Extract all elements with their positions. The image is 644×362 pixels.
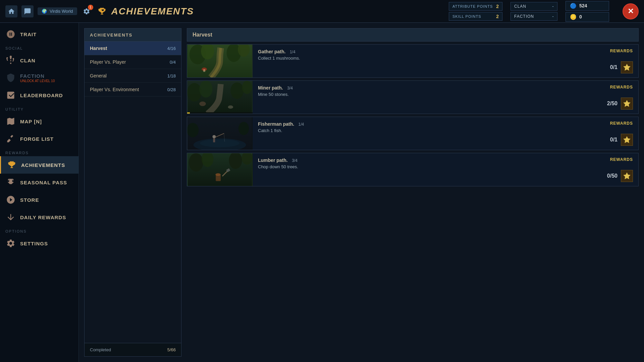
skill-points-label: SKILL POINTS — [452, 14, 494, 18]
chat-icon[interactable] — [21, 5, 34, 17]
faction-icon — [5, 72, 16, 83]
card-desc-gather: Collect 1 mushrooms. — [258, 56, 633, 61]
svg-point-16 — [200, 139, 239, 147]
svg-point-18 — [238, 122, 249, 135]
clan-icon — [5, 55, 16, 66]
sidebar-item-achievements[interactable]: ACHIEVEMENTS — [0, 156, 78, 174]
topbar: 🌍 Virdis World 1 ACHIEVEMENTS ATTRIBUTE … — [0, 0, 644, 23]
category-harvest[interactable]: Harvest 4/16 — [85, 42, 181, 55]
home-icon[interactable] — [5, 5, 17, 17]
currency-section: 🔵 524 🪙 0 — [566, 1, 609, 22]
card-path-info-lumber: Lumber path. 3/4 — [258, 157, 298, 163]
card-image-fisherman — [187, 117, 253, 150]
store-label: STORE — [20, 197, 39, 203]
sidebar-item-map[interactable]: MAP [N] — [0, 113, 78, 130]
skill-points-row[interactable]: SKILL POINTS 2 — [449, 12, 502, 21]
category-pvp-name: Player Vs. Player — [90, 59, 126, 65]
card-image-lumber — [187, 153, 253, 186]
miner-progress-bar — [187, 112, 253, 114]
page-title: ACHIEVEMENTS — [111, 6, 194, 17]
svg-point-10 — [230, 82, 244, 99]
card-image-miner — [187, 81, 253, 114]
reward-icon-gather — [621, 61, 633, 73]
leaderboard-label: LEADERBOARD — [20, 93, 63, 98]
social-section-label: SOCIAL — [0, 43, 78, 52]
card-content-gather: Gather path. 1/4 REWARDS Collect 1 mushr… — [253, 45, 638, 77]
trait-label: TRAIT — [20, 32, 37, 37]
category-pve-name: Player Vs. Environment — [90, 87, 139, 92]
category-pvp[interactable]: Player Vs. Player 0/4 — [85, 55, 181, 69]
leaderboard-icon — [5, 90, 16, 101]
sidebar-item-seasonal-pass[interactable]: SEASONAL PASS — [0, 174, 78, 191]
category-pvp-count: 0/4 — [170, 60, 176, 65]
close-button[interactable]: ✕ — [623, 3, 639, 19]
card-top-row-lumber: Lumber path. 3/4 REWARDS — [258, 157, 633, 163]
attribute-points-row[interactable]: ATTRIBUTE POINTS 2 — [449, 2, 502, 11]
svg-point-19 — [212, 135, 216, 138]
clan-arrow: - — [552, 4, 554, 9]
notif-badge: 1 — [88, 5, 93, 10]
svg-point-17 — [187, 123, 199, 137]
clan-dropdown[interactable]: CLAN - — [511, 2, 557, 11]
card-desc-lumber: Chop down 50 trees. — [258, 164, 633, 169]
sidebar-item-faction[interactable]: FACTION Unlock at level 10 — [0, 69, 78, 86]
store-icon — [5, 194, 16, 205]
card-path-progress-lumber: 3/4 — [292, 158, 298, 163]
card-count-lumber: 0/50 — [607, 173, 618, 179]
currency-2-value: 0 — [579, 14, 582, 19]
detail-title: Harvest — [193, 32, 212, 38]
reward-icon-miner — [621, 98, 633, 110]
achievement-list-panel: ACHIEVEMENTS Harvest 4/16 Player Vs. Pla… — [84, 28, 181, 357]
card-rewards-fisherman[interactable]: REWARDS — [610, 121, 633, 126]
card-path-name-lumber: Lumber path. — [258, 158, 288, 163]
svg-point-24 — [189, 153, 203, 172]
faction-sublabel: Unlock at level 10 — [20, 79, 55, 83]
settings-top-icon[interactable]: 1 — [81, 6, 92, 17]
world-tab-label: Virdis World — [50, 9, 73, 14]
sidebar-item-leaderboard[interactable]: LEADERBOARD — [0, 86, 78, 104]
faction-dropdown[interactable]: FACTION - — [511, 12, 557, 21]
completed-value: 5/66 — [167, 347, 176, 352]
svg-rect-6 — [203, 69, 205, 72]
category-general[interactable]: General 1/18 — [85, 69, 181, 83]
card-path-name-gather: Gather path. — [258, 49, 285, 54]
category-general-name: General — [90, 73, 107, 78]
achievement-card-miner: Miner path. 3/4 REWARDS Mine 50 stones. … — [187, 80, 639, 114]
card-bottom-fisherman: 0/1 — [258, 134, 633, 146]
sidebar-item-store[interactable]: STORE — [0, 191, 78, 208]
sidebar-item-trait[interactable]: TRAIT — [0, 25, 78, 43]
attribute-points-value: 2 — [496, 4, 499, 9]
trait-icon — [5, 29, 16, 40]
sidebar-item-forge-list[interactable]: FORGE LIST — [0, 130, 78, 147]
map-icon — [5, 116, 16, 127]
card-content-lumber: Lumber path. 3/4 REWARDS Chop down 50 tr… — [253, 153, 638, 186]
sidebar-item-daily-rewards[interactable]: DAILY REWARDS — [0, 208, 78, 226]
clan-nav-label: CLAN — [20, 58, 36, 63]
utility-section-label: UTILITY — [0, 104, 78, 113]
sidebar-item-settings[interactable]: SETTINGS — [0, 235, 78, 252]
attribute-points-label: ATTRIBUTE POINTS — [452, 4, 494, 8]
daily-rewards-icon — [5, 212, 16, 223]
card-rewards-gather[interactable]: REWARDS — [610, 49, 633, 53]
rewards-section-label: REWARDS — [0, 147, 78, 156]
svg-point-29 — [215, 173, 221, 176]
card-rewards-lumber[interactable]: REWARDS — [610, 157, 633, 162]
card-top-row-gather: Gather path. 1/4 REWARDS — [258, 49, 633, 55]
card-path-name-miner: Miner path. — [258, 85, 283, 90]
card-bottom-gather: 0/1 — [258, 61, 633, 73]
sidebar: TRAIT SOCIAL CLAN FACTION Unlock at leve… — [0, 23, 79, 362]
clan-label: CLAN — [514, 4, 526, 9]
world-tab[interactable]: 🌍 Virdis World — [38, 7, 77, 15]
skill-points-value: 2 — [496, 14, 499, 19]
card-desc-miner: Mine 50 stones. — [258, 92, 633, 97]
card-bottom-miner: 2/50 — [258, 98, 633, 110]
card-path-info-fisherman: Fisherman path. 1/4 — [258, 121, 304, 127]
card-rewards-miner[interactable]: REWARDS — [610, 85, 633, 89]
sidebar-item-clan[interactable]: CLAN — [0, 52, 78, 69]
currency-2-row: 🪙 0 — [566, 12, 609, 22]
category-pve[interactable]: Player Vs. Environment 0/28 — [85, 83, 181, 97]
faction-label: FACTION — [514, 14, 534, 19]
main-content: ACHIEVEMENTS Harvest 4/16 Player Vs. Pla… — [79, 23, 644, 362]
reward-icon-fisherman — [621, 134, 633, 146]
card-image-gather — [187, 45, 253, 77]
